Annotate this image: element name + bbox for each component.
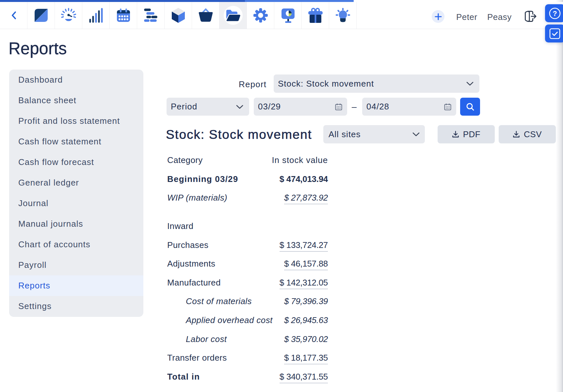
svg-text:?: ? (553, 9, 557, 18)
